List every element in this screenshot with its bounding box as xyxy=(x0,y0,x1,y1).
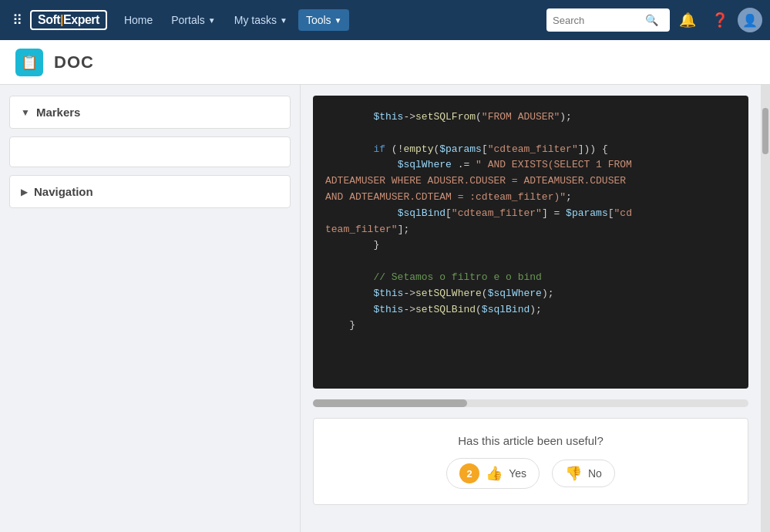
tools-chevron-icon: ▼ xyxy=(335,16,342,25)
feedback-question: Has this article been useful? xyxy=(329,434,732,447)
doc-header: 📋 DOC xyxy=(0,40,770,85)
feedback-buttons: 2 👍 Yes 👎 No xyxy=(329,458,732,489)
logo-text: Soft|Expert xyxy=(38,13,99,26)
avatar-icon: 👤 xyxy=(742,13,758,28)
nav-mytasks[interactable]: My tasks ▼ xyxy=(227,9,295,31)
portals-chevron-icon: ▼ xyxy=(208,16,216,25)
yes-label: Yes xyxy=(509,467,526,480)
thumbs-down-icon: 👎 xyxy=(565,465,582,482)
sidebar-text-area xyxy=(9,136,291,167)
feedback-section: Has this article been useful? 2 👍 Yes 👎 … xyxy=(313,418,748,505)
right-scrollbar[interactable] xyxy=(761,85,770,532)
yes-button[interactable]: 2 👍 Yes xyxy=(446,458,540,489)
no-button[interactable]: 👎 No xyxy=(552,460,615,487)
doc-icon-box: 📋 xyxy=(15,49,43,76)
code-block: $this->setSQLFrom("FROM ADUSER"); if (!e… xyxy=(313,96,748,389)
notification-icon[interactable]: 🔔 xyxy=(673,7,702,33)
markers-chevron-icon: ▼ xyxy=(21,107,30,118)
sidebar-section-markers: ▼ Markers xyxy=(9,96,291,129)
no-label: No xyxy=(588,467,602,480)
page-title: DOC xyxy=(54,52,94,72)
help-icon[interactable]: ❓ xyxy=(705,7,735,33)
nav-portals[interactable]: Portals ▼ xyxy=(163,9,223,31)
navigation-header[interactable]: ▶ Navigation xyxy=(10,176,290,207)
nav-home[interactable]: Home xyxy=(116,9,160,31)
logo[interactable]: Soft|Expert xyxy=(30,10,107,30)
sidebar-section-navigation: ▶ Navigation xyxy=(9,175,291,208)
thumbs-up-icon: 👍 xyxy=(486,465,503,482)
sidebar: ▼ Markers ▶ Navigation xyxy=(0,85,301,532)
markers-header[interactable]: ▼ Markers xyxy=(10,96,290,128)
top-navigation: ⠿ Soft|Expert Home Portals ▼ My tasks ▼ … xyxy=(0,0,770,40)
avatar[interactable]: 👤 xyxy=(738,8,762,32)
yes-count-badge: 2 xyxy=(459,463,479,483)
markers-label: Markers xyxy=(36,106,81,119)
grid-icon[interactable]: ⠿ xyxy=(8,7,27,33)
search-box[interactable]: 🔍 xyxy=(546,8,670,32)
content-area: $this->setSQLFrom("FROM ADUSER"); if (!e… xyxy=(301,85,761,532)
nav-tools[interactable]: Tools ▼ xyxy=(298,9,350,31)
right-scrollbar-thumb xyxy=(762,108,768,154)
scrollbar-thumb xyxy=(313,399,467,407)
search-input[interactable] xyxy=(553,15,645,26)
mytasks-chevron-icon: ▼ xyxy=(280,16,287,25)
horizontal-scrollbar[interactable] xyxy=(313,399,748,407)
search-icon: 🔍 xyxy=(645,14,658,26)
doc-icon: 📋 xyxy=(21,54,38,71)
main-layout: ▼ Markers ▶ Navigation $this->setSQLFrom… xyxy=(0,85,770,532)
navigation-label: Navigation xyxy=(34,185,93,198)
navigation-chevron-icon: ▶ xyxy=(21,187,28,197)
